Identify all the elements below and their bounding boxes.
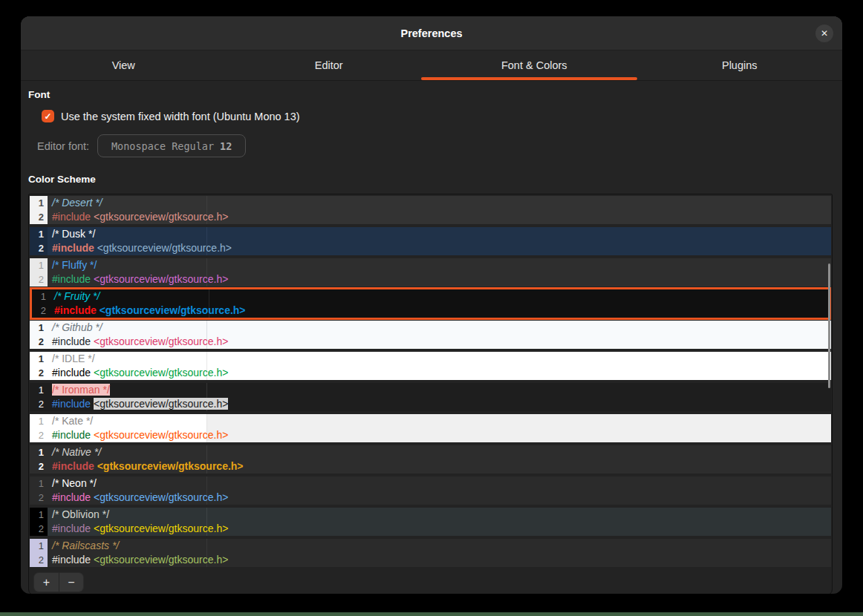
scheme-row-desert[interactable]: 1 2 /* Desert */ #include <gtksourceview…: [30, 196, 831, 224]
close-button[interactable]: ✕: [815, 24, 833, 42]
desktop-background-strip: [0, 612, 863, 616]
scheme-preview: /* Neon */ #include <gtksourceview/gtkso…: [48, 476, 228, 505]
system-font-checkbox-label: Use the system fixed width font (Ubuntu …: [61, 111, 300, 122]
scheme-row-kate[interactable]: 1 2 /* Kate */ #include <gtksourceview/g…: [30, 414, 831, 442]
scrollbar[interactable]: [828, 263, 830, 388]
line-numbers: 1 2: [30, 476, 48, 505]
scheme-row-oblivion[interactable]: 1 2 /* Oblivion */ #include <gtksourcevi…: [30, 508, 831, 536]
scheme-preview: /* IDLE */ #include <gtksourceview/gtkso…: [48, 352, 228, 380]
tab-bar: View Editor Font & Colors Plugins: [21, 50, 842, 81]
scheme-row-idle[interactable]: 1 2 /* IDLE */ #include <gtksourceview/g…: [30, 352, 831, 380]
line-numbers: 1 2: [30, 539, 48, 567]
line-numbers: 1 2: [30, 414, 48, 442]
scheme-preview: /* Kate */ #include <gtksourceview/gtkso…: [48, 414, 228, 442]
font-colors-page: Font ✓ Use the system fixed width font (…: [21, 81, 842, 594]
line-numbers: 1 2: [30, 227, 48, 255]
scheme-preview: /* Github */ #include <gtksourceview/gtk…: [48, 321, 228, 349]
minus-icon: −: [68, 577, 74, 589]
scheme-preview: /* Railscasts */ #include <gtksourceview…: [48, 539, 228, 567]
line-numbers: 1 2: [30, 383, 48, 411]
remove-scheme-button[interactable]: −: [59, 572, 84, 592]
editor-font-row: Editor font: Monospace Regular 12: [37, 134, 833, 157]
scheme-row-fluffy[interactable]: 1 2 /* Fluffy */ #include <gtksourceview…: [30, 258, 831, 286]
tab-view[interactable]: View: [21, 50, 227, 80]
line-numbers: 1 2: [32, 289, 50, 318]
scheme-row-fruity[interactable]: 1 2 /* Fruity */ #include <gtksourceview…: [30, 287, 831, 320]
line-numbers: 1 2: [30, 445, 48, 474]
editor-font-button[interactable]: Monospace Regular 12: [97, 134, 246, 157]
scheme-row-neon[interactable]: 1 2 /* Neon */ #include <gtksourceview/g…: [30, 476, 831, 505]
preferences-dialog: Preferences ✕ View Editor Font & Colors …: [21, 16, 842, 594]
tab-font-colors[interactable]: Font & Colors: [432, 50, 637, 80]
editor-font-label: Editor font:: [37, 140, 89, 152]
scheme-rows: 1 2 /* Desert */ #include <gtksourceview…: [30, 196, 831, 567]
scheme-row-ironman[interactable]: 1 2 /* Ironman */ #include <gtksourcevie…: [30, 383, 831, 411]
system-font-checkbox-row[interactable]: ✓ Use the system fixed width font (Ubunt…: [42, 110, 833, 122]
scheme-preview: /* Fruity */ #include <gtksourceview/gtk…: [50, 289, 246, 318]
editor-font-name: Monospace Regular: [111, 140, 214, 152]
scheme-preview: /* Native */ #include <gtksourceview/gtk…: [48, 445, 244, 474]
checkbox-checked-icon[interactable]: ✓: [42, 110, 54, 122]
add-scheme-button[interactable]: +: [33, 572, 59, 592]
tab-plugins[interactable]: Plugins: [637, 50, 843, 80]
scheme-preview: /* Ironman */ #include <gtksourceview/gt…: [48, 383, 228, 411]
titlebar: Preferences ✕: [21, 16, 842, 50]
scheme-row-github[interactable]: 1 2 /* Github */ #include <gtksourceview…: [30, 321, 831, 349]
font-section-heading: Font: [28, 89, 833, 100]
line-numbers: 1 2: [30, 196, 48, 224]
scheme-toolbar: + −: [30, 570, 831, 592]
line-numbers: 1 2: [30, 321, 48, 349]
scheme-row-native[interactable]: 1 2 /* Native */ #include <gtksourceview…: [30, 445, 831, 474]
line-numbers: 1 2: [30, 258, 48, 286]
tab-editor[interactable]: Editor: [227, 50, 432, 80]
scheme-row-dusk[interactable]: 1 2 /* Dusk */ #include <gtksourceview/g…: [30, 227, 831, 255]
scheme-preview: /* Oblivion */ #include <gtksourceview/g…: [48, 508, 228, 536]
line-numbers: 1 2: [30, 352, 48, 380]
line-numbers: 1 2: [30, 508, 48, 536]
close-icon: ✕: [815, 24, 833, 42]
scheme-row-railscasts[interactable]: 1 2 /* Railscasts */ #include <gtksource…: [30, 539, 831, 567]
plus-icon: +: [43, 577, 50, 589]
scheme-preview: /* Fluffy */ #include <gtksourceview/gtk…: [48, 258, 228, 286]
color-scheme-list: 1 2 /* Desert */ #include <gtksourceview…: [28, 194, 833, 594]
scheme-preview: /* Dusk */ #include <gtksourceview/gtkso…: [48, 227, 232, 255]
check-icon: ✓: [44, 111, 51, 122]
dialog-title: Preferences: [400, 27, 462, 39]
color-scheme-heading: Color Scheme: [28, 174, 833, 185]
scheme-preview: /* Desert */ #include <gtksourceview/gtk…: [48, 196, 228, 224]
editor-font-size: 12: [220, 140, 232, 152]
